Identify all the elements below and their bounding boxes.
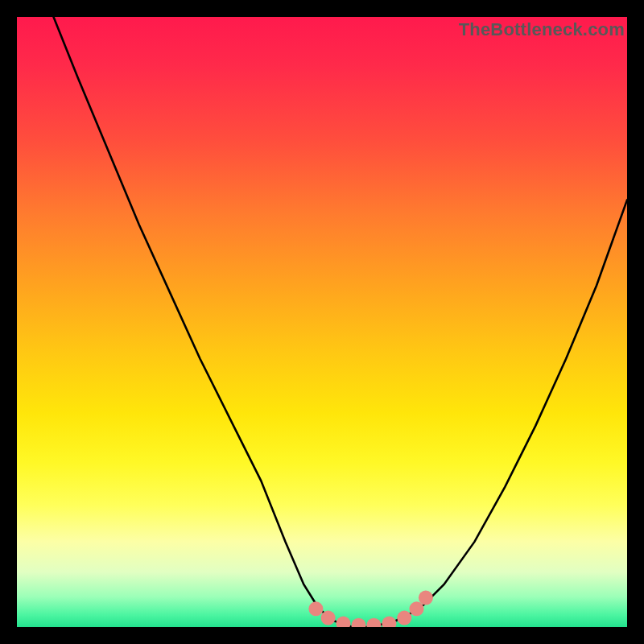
curve-marker bbox=[419, 591, 433, 605]
curve-marker bbox=[397, 611, 411, 625]
curve-marker bbox=[366, 618, 381, 627]
curve-marker bbox=[382, 617, 396, 628]
curve-marker bbox=[321, 611, 336, 625]
bottleneck-curve bbox=[54, 17, 628, 627]
chart-frame: TheBottleneck.com bbox=[0, 0, 644, 644]
curve-marker bbox=[352, 618, 366, 627]
curve-marker bbox=[336, 617, 351, 628]
chart-svg bbox=[17, 17, 627, 627]
curve-marker bbox=[308, 601, 323, 616]
curve-markers bbox=[308, 591, 433, 627]
watermark-text: TheBottleneck.com bbox=[459, 19, 625, 40]
plot-area bbox=[17, 17, 627, 627]
